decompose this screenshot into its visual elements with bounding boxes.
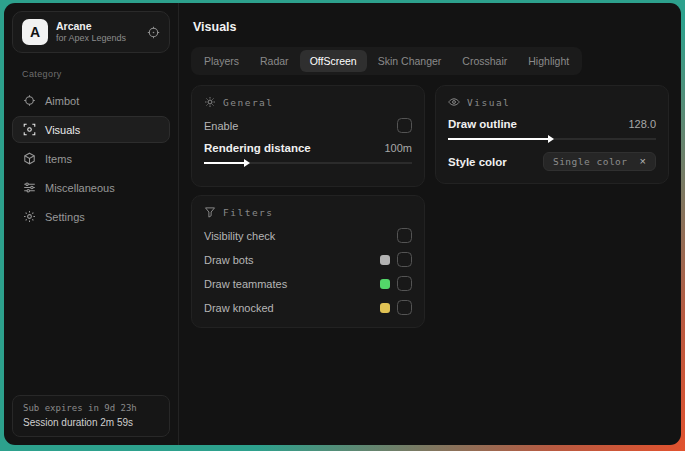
draw-teammates-color-swatch[interactable] (380, 279, 390, 289)
cube-icon (23, 152, 36, 165)
general-panel-header: General (204, 96, 412, 108)
draw-teammates-checkbox[interactable] (397, 276, 412, 291)
session-duration-text: Session duration 2m 59s (23, 415, 159, 430)
tab-radar[interactable]: Radar (250, 50, 299, 72)
visibility-check-row: Visibility check (204, 228, 412, 243)
sidebar-item-label: Miscellaneous (45, 182, 115, 194)
general-panel-title: General (223, 97, 274, 108)
draw-bots-color-swatch[interactable] (380, 255, 390, 265)
sidebar-spacer (12, 232, 170, 395)
left-column: General Enable Rendering distance 100m (191, 85, 425, 328)
tab-crosshair[interactable]: Crosshair (452, 50, 517, 72)
sidebar-item-label: Visuals (45, 124, 80, 136)
sidebar-item-miscellaneous[interactable]: Miscellaneous (12, 174, 170, 201)
visual-panel: Visual Draw outline 128.0 Style color Si… (435, 85, 669, 184)
draw-outline-label: Draw outline (448, 118, 628, 130)
filters-panel: Filters Visibility check Draw bots Draw … (191, 195, 425, 328)
enable-label: Enable (204, 120, 397, 132)
draw-bots-label: Draw bots (204, 254, 380, 266)
rendering-distance-value: 100m (384, 142, 412, 154)
panel-columns: General Enable Rendering distance 100m (191, 85, 669, 328)
enable-checkbox[interactable] (397, 118, 412, 133)
draw-knocked-checkbox[interactable] (397, 300, 412, 315)
general-panel: General Enable Rendering distance 100m (191, 85, 425, 187)
draw-teammates-row: Draw teammates (204, 276, 412, 291)
funnel-icon (204, 206, 216, 218)
sliders-icon (23, 181, 36, 194)
draw-outline-value: 128.0 (628, 118, 656, 130)
sun-icon (204, 96, 216, 108)
tab-offscreen[interactable]: OffScreen (300, 50, 367, 72)
slider-fill (448, 138, 552, 140)
eye-icon (448, 96, 460, 108)
draw-bots-row: Draw bots (204, 252, 412, 267)
rendering-distance-label: Rendering distance (204, 142, 384, 154)
draw-knocked-color-swatch[interactable] (380, 303, 390, 313)
sidebar-item-settings[interactable]: Settings (12, 203, 170, 230)
style-color-row: Style color Single color × (448, 152, 656, 171)
gear-icon (23, 210, 36, 223)
tab-players[interactable]: Players (194, 50, 249, 72)
eye-scan-icon (23, 123, 36, 136)
filters-panel-header: Filters (204, 206, 412, 218)
app-window: A Arcane for Apex Legends Category Aimbo… (4, 3, 681, 445)
rendering-distance-row: Rendering distance 100m (204, 142, 412, 154)
app-subtitle: for Apex Legends (56, 33, 139, 44)
crosshair-icon (23, 94, 36, 107)
tab-skin-changer[interactable]: Skin Changer (368, 50, 452, 72)
draw-outline-slider[interactable] (448, 134, 656, 144)
sidebar-item-aimbot[interactable]: Aimbot (12, 87, 170, 114)
draw-bots-checkbox[interactable] (397, 252, 412, 267)
sidebar-item-label: Aimbot (45, 95, 79, 107)
tab-bar: Players Radar OffScreen Skin Changer Cro… (191, 47, 582, 75)
subscription-info: Sub expires in 9d 23h Session duration 2… (12, 395, 170, 438)
visibility-check-checkbox[interactable] (397, 228, 412, 243)
sidebar-item-label: Settings (45, 211, 85, 223)
draw-teammates-label: Draw teammates (204, 278, 380, 290)
visual-panel-title: Visual (467, 97, 510, 108)
sidebar-item-visuals[interactable]: Visuals (12, 116, 170, 143)
enable-row: Enable (204, 118, 412, 133)
page-title: Visuals (193, 20, 667, 34)
style-color-label: Style color (448, 156, 543, 168)
target-icon[interactable] (147, 26, 160, 39)
right-column: Visual Draw outline 128.0 Style color Si… (435, 85, 669, 184)
visual-panel-header: Visual (448, 96, 656, 108)
main-content: Visuals Players Radar OffScreen Skin Cha… (179, 3, 681, 445)
close-icon[interactable]: × (640, 156, 646, 167)
app-header: A Arcane for Apex Legends (12, 11, 170, 53)
draw-outline-row: Draw outline 128.0 (448, 118, 656, 130)
style-color-value: Single color (553, 156, 628, 167)
app-title-block: Arcane for Apex Legends (56, 20, 139, 44)
app-name: Arcane (56, 20, 139, 33)
sidebar-item-items[interactable]: Items (12, 145, 170, 172)
sidebar-item-label: Items (45, 153, 72, 165)
draw-knocked-label: Draw knocked (204, 302, 380, 314)
tab-highlight[interactable]: Highlight (518, 50, 579, 72)
sidebar: A Arcane for Apex Legends Category Aimbo… (4, 3, 179, 445)
slider-fill (204, 162, 248, 164)
sub-expires-text: Sub expires in 9d 23h (23, 402, 159, 416)
app-logo: A (22, 19, 48, 45)
category-label: Category (22, 69, 160, 79)
visibility-check-label: Visibility check (204, 230, 397, 242)
rendering-distance-slider[interactable] (204, 158, 412, 168)
filters-panel-title: Filters (223, 207, 274, 218)
style-color-select[interactable]: Single color × (543, 152, 656, 171)
draw-knocked-row: Draw knocked (204, 300, 412, 315)
